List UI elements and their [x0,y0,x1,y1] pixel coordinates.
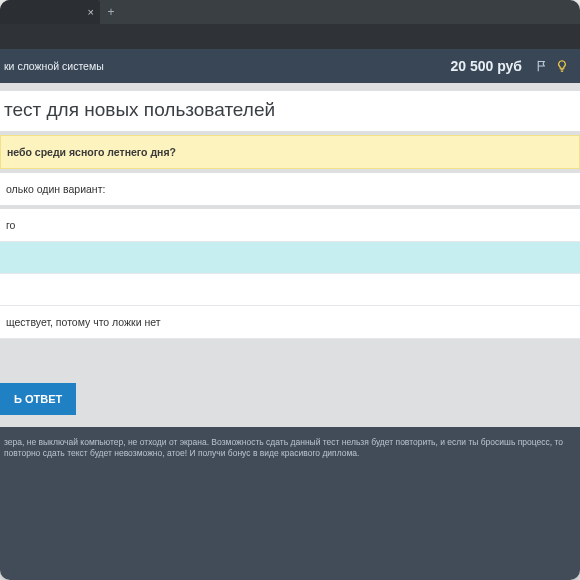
balance-amount: 20 500 руб [450,58,522,74]
submit-row: Ь ОТВЕТ [0,377,580,427]
lightbulb-icon[interactable] [552,56,572,76]
answer-option[interactable] [0,242,580,274]
submit-button[interactable]: Ь ОТВЕТ [0,383,76,415]
content-area: тест для новых пользователей небо среди … [0,83,580,580]
close-icon[interactable]: × [88,6,94,18]
answer-option[interactable] [0,274,580,306]
page-title: тест для новых пользователей [0,91,580,131]
browser-toolbar [0,24,580,49]
app-header: ки сложной системы 20 500 руб [0,49,580,83]
footer-note: зера, не выключай компьютер, не отходи о… [0,427,580,580]
answer-option[interactable]: ществует, потому что ложки нет [0,306,580,339]
window: × + ки сложной системы 20 500 руб тест д… [0,0,580,580]
browser-tabstrip: × + [0,0,580,24]
browser-tab[interactable]: × [0,0,100,24]
new-tab-button[interactable]: + [100,0,122,24]
answer-option[interactable]: го [0,209,580,242]
answer-prompt: олько один вариант: [0,173,580,205]
spacer [0,339,580,377]
question-banner: небо среди ясного летнего дня? [0,135,580,169]
breadcrumb: ки сложной системы [0,60,450,72]
answer-list: го ществует, потому что ложки нет [0,209,580,339]
flag-icon[interactable] [532,56,552,76]
